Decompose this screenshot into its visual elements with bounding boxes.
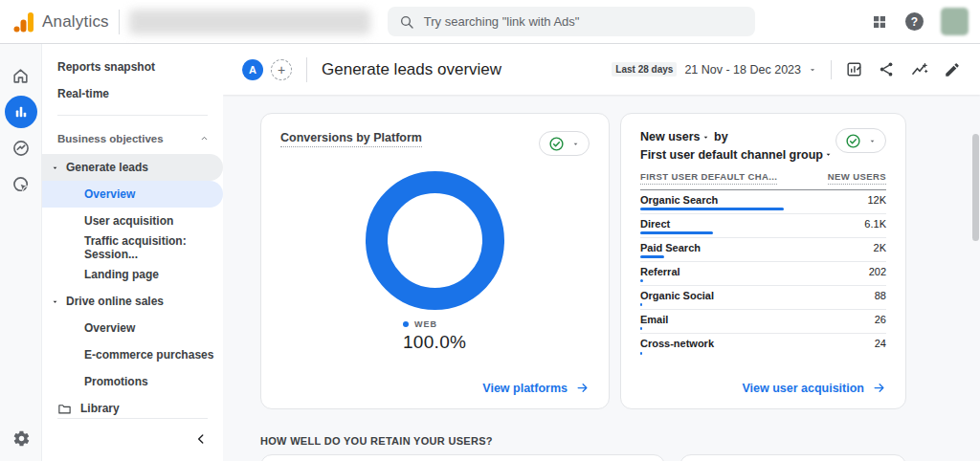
sidebar-item-overview[interactable]: Overview: [42, 315, 223, 341]
sidebar-item-label: Traffic acquisition: Session...: [84, 234, 223, 261]
customize-report-icon: [845, 60, 863, 78]
date-caret-icon[interactable]: [808, 65, 817, 75]
user-avatar[interactable]: [941, 8, 969, 35]
sidebar-item-user-acquisition[interactable]: User acquisition: [42, 208, 223, 234]
advertising-icon: [11, 175, 31, 194]
collapse-sidebar-button[interactable]: [194, 432, 208, 450]
left-rail: [0, 44, 42, 461]
channel-value: 2K: [874, 242, 886, 253]
chevron-down-icon: [824, 146, 833, 164]
sidebar-item-landing-page[interactable]: Landing page: [42, 261, 223, 288]
by-word: by: [714, 130, 728, 143]
view-user-acquisition-link[interactable]: View user acquisition: [742, 381, 886, 395]
table-row[interactable]: Organic Social88: [640, 286, 886, 310]
report-header: A + Generate leads overview Last 28 days…: [223, 44, 980, 95]
search-input[interactable]: Try searching "link with Ads": [388, 7, 755, 36]
chevron-up-icon[interactable]: [199, 133, 210, 143]
sidebar-item-label: Business objectives: [57, 133, 164, 144]
rail-settings-button[interactable]: [0, 429, 42, 448]
report-collection-badge[interactable]: A: [242, 59, 263, 80]
data-quality-dropdown[interactable]: [835, 128, 886, 153]
channel-label: Organic Social: [640, 290, 714, 301]
channel-value: 88: [875, 290, 886, 301]
channel-label: Organic Search: [640, 194, 718, 206]
rail-advertising-button[interactable]: [5, 168, 37, 201]
date-range-picker[interactable]: 21 Nov - 18 Dec 2023: [684, 63, 801, 77]
sidebar-item-traffic-acquisition-session[interactable]: Traffic acquisition: Session...: [42, 234, 223, 261]
sidebar-item-overview[interactable]: Overview: [42, 181, 223, 208]
sidebar-item-label: Drive online sales: [66, 295, 164, 308]
sidebar-item-real-time[interactable]: Real-time: [42, 80, 223, 107]
sidebar-item-label: User acquisition: [84, 214, 173, 228]
search-placeholder: Try searching "link with Ads": [424, 14, 580, 29]
vertical-scrollbar[interactable]: [972, 134, 979, 241]
arrow-right-icon: [872, 381, 886, 395]
table-row[interactable]: Referral202: [640, 262, 886, 286]
analytics-app: Analytics Try searching "link with Ads" …: [0, 0, 980, 461]
brand-title: Analytics: [42, 12, 109, 32]
sidebar-item-label: Real-time: [57, 87, 109, 100]
sidebar-item-e-commerce-purchases[interactable]: E-commerce purchases: [42, 341, 223, 368]
card-title: New users by First user default channel …: [640, 128, 834, 165]
channel-label: Referral: [640, 266, 680, 277]
table-row[interactable]: Organic Search12K: [640, 190, 886, 214]
channel-bar: [640, 231, 713, 234]
account-selector-redacted[interactable]: [129, 10, 370, 34]
conversions-by-platform-card: Conversions by Platform: [260, 113, 610, 409]
sidebar-item-label: Library: [80, 402, 120, 415]
dimension-column-header[interactable]: FIRST USER DEFAULT CHA...: [640, 171, 777, 185]
platform-donut-chart[interactable]: [366, 171, 504, 310]
table-row[interactable]: Direct6.1K: [640, 214, 886, 238]
header-divider: [306, 57, 307, 82]
chevron-down-icon: [702, 129, 710, 146]
channel-value: 26: [875, 314, 886, 325]
pencil-icon: [944, 61, 961, 78]
caret-down-icon: [51, 297, 59, 306]
channel-bar: [640, 255, 664, 258]
apps-grid-icon[interactable]: [871, 13, 888, 31]
chevron-left-icon: [194, 432, 208, 446]
help-icon[interactable]: ?: [905, 12, 924, 31]
sidebar-item-reports-snapshot[interactable]: Reports snapshot: [42, 54, 223, 80]
sidebar-item-promotions[interactable]: Promotions: [42, 368, 223, 395]
analytics-logo[interactable]: Analytics: [11, 11, 109, 33]
table-row[interactable]: Cross-network24: [640, 334, 886, 358]
page-title: Generate leads overview: [322, 60, 501, 79]
sidebar-item-label: Landing page: [84, 268, 159, 281]
retention-card-partial-2: [679, 454, 906, 461]
sidebar-item-drive-online-sales[interactable]: Drive online sales: [42, 288, 223, 315]
sidebar-item-business-objectives[interactable]: Business objectives: [42, 123, 223, 154]
topbar-divider: [119, 10, 120, 34]
sidebar-divider: [57, 418, 208, 419]
table-row[interactable]: Paid Search2K: [640, 238, 886, 262]
customize-report-button[interactable]: [845, 60, 863, 78]
view-platforms-label: View platforms: [482, 382, 568, 395]
edit-report-button[interactable]: [944, 61, 961, 78]
table-row[interactable]: Email26: [640, 310, 886, 334]
metric-column-header[interactable]: NEW USERS: [828, 171, 886, 185]
rail-reports-button[interactable]: [5, 96, 37, 128]
view-platforms-link[interactable]: View platforms: [482, 381, 590, 395]
rail-explore-button[interactable]: [5, 132, 37, 165]
share-report-button[interactable]: [878, 60, 896, 78]
add-report-button[interactable]: +: [271, 59, 292, 80]
channel-label: Paid Search: [640, 242, 701, 253]
caret-down-icon: [51, 164, 59, 172]
gear-icon: [12, 429, 31, 448]
report-content: Conversions by Platform: [223, 95, 980, 461]
sidebar-item-generate-leads[interactable]: Generate leads: [42, 154, 223, 181]
metric-selector[interactable]: New users: [640, 130, 701, 143]
analytics-logo-icon: [11, 11, 34, 33]
share-icon: [878, 60, 896, 78]
check-circle-icon: [548, 136, 565, 152]
rail-home-button[interactable]: [5, 59, 37, 92]
channel-value: 24: [875, 338, 886, 349]
channel-label: Cross-network: [640, 338, 714, 349]
dimension-selector[interactable]: First user default channel group: [640, 148, 823, 162]
legend-label: WEB: [414, 319, 437, 329]
arrow-right-icon: [575, 381, 590, 395]
insights-button[interactable]: [910, 60, 929, 79]
retention-card-partial: [260, 454, 665, 461]
data-quality-dropdown[interactable]: [539, 131, 590, 156]
home-icon: [11, 67, 30, 85]
